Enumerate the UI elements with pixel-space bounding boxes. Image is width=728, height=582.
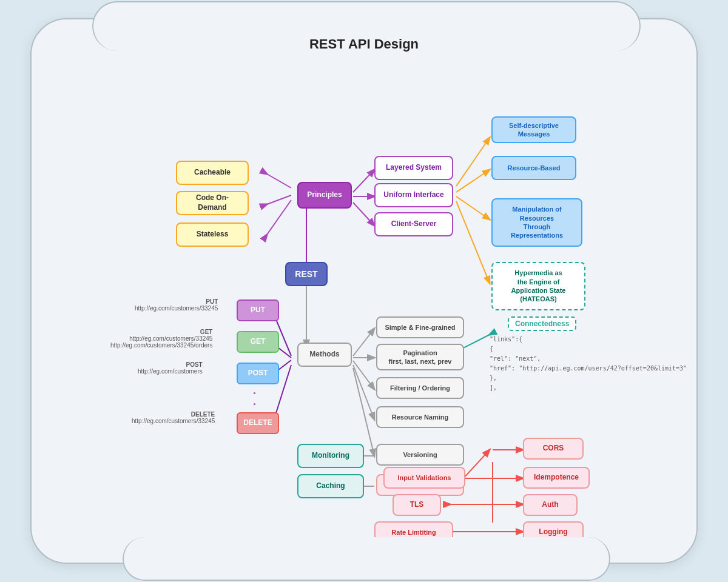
svg-line-8 — [456, 138, 490, 186]
put-label: PUT http://eg.com/customers/33245 — [135, 298, 218, 312]
svg-line-5 — [267, 174, 291, 188]
svg-line-6 — [267, 195, 291, 204]
connectedness-label: Connectedness — [508, 316, 576, 331]
caching-node: Caching — [297, 474, 364, 498]
uniform-interface-node: Uniform Interface — [374, 183, 453, 207]
svg-line-16 — [353, 368, 374, 456]
client-server-node: Client-Server — [374, 212, 453, 236]
input-validations-node: Input Validations — [383, 467, 465, 489]
svg-line-10 — [456, 196, 490, 219]
post-node: POST — [237, 363, 279, 384]
tls-node: TLS — [393, 494, 441, 516]
delete-node: DELETE — [237, 412, 279, 434]
resource-based-node: Resource-Based — [491, 156, 576, 180]
put-node: PUT — [237, 299, 279, 321]
hateoas-node: Hypermedia as the Engine of Application … — [491, 262, 585, 310]
svg-line-7 — [267, 200, 291, 235]
svg-line-2 — [353, 170, 374, 192]
post-label: POST http://eg.com/customers — [138, 361, 203, 375]
svg-line-9 — [456, 170, 490, 192]
manipulation-node: Manipulation of Resources Through Repres… — [491, 198, 582, 247]
svg-line-4 — [353, 202, 374, 226]
principles-node: Principles — [297, 182, 352, 209]
svg-line-12 — [353, 329, 374, 356]
cors-node: CORS — [523, 438, 584, 460]
self-descriptive-node: Self-descriptive Messages — [491, 116, 576, 143]
rest-node: REST — [285, 262, 328, 286]
svg-line-14 — [353, 361, 374, 389]
stateless-node: Stateless — [176, 222, 249, 247]
cacheable-node: Cacheable — [176, 161, 249, 185]
monitoring-node: Monitoring — [297, 444, 364, 468]
versioning-node: Versioning — [376, 444, 464, 466]
svg-line-15 — [353, 365, 374, 420]
rate-limiting-node: Rate Limtiting — [374, 521, 453, 543]
get-label: GET http://eg.com/customers/33245 http:/… — [110, 329, 212, 349]
diagram-lines — [32, 19, 696, 563]
delete-label: DELETE http://eg.com/customers/33245 — [132, 411, 215, 424]
page-title: REST API Design — [309, 36, 419, 52]
logging-node: Logging — [523, 521, 584, 543]
svg-line-11 — [456, 201, 490, 283]
pagination-node: Pagination first, last, next, prev — [376, 344, 464, 370]
filtering-ordering-node: Filtering / Ordering — [376, 377, 464, 399]
layered-system-node: Layered System — [374, 156, 453, 180]
methods-node: Methods — [297, 343, 352, 367]
auth-node: Auth — [523, 494, 578, 516]
cloud-container: REST API Design — [30, 18, 698, 564]
code-block: "links":{ { "rel": "next", "href": "http… — [490, 335, 687, 393]
idempotence-node: Idempotence — [523, 467, 590, 489]
get-node: GET — [237, 331, 279, 353]
simple-finegrained-node: Simple & Fine-grained — [376, 316, 464, 338]
resource-naming-node: Resource Naming — [376, 406, 464, 428]
code-on-demand-node: Code On-Demand — [176, 191, 249, 215]
